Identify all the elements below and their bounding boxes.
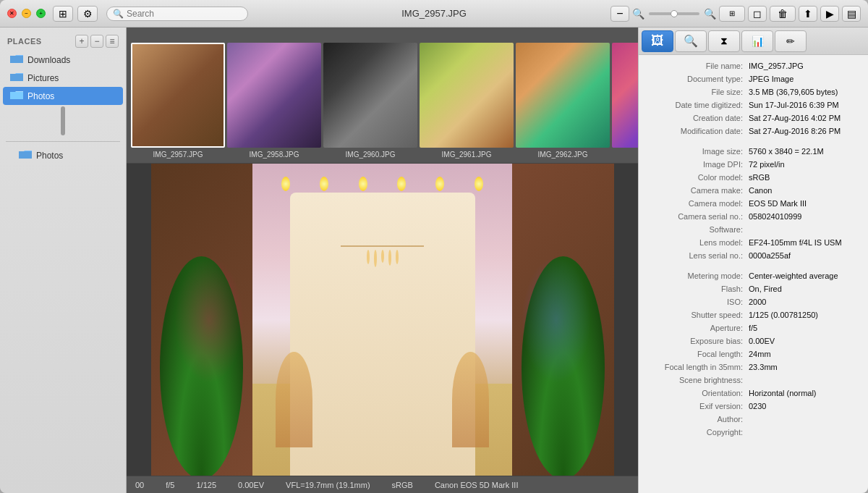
main-image <box>151 164 614 476</box>
info-label-focal: Focal length: <box>647 350 749 358</box>
info-value-orientation: Horizontal (normal) <box>749 389 859 397</box>
info-label-author: Author: <box>647 415 749 424</box>
statue-left <box>276 352 312 447</box>
info-toolbar: 🖼 🔍 ⧗ 📊 ✏ <box>639 28 868 55</box>
info-value-flash: On, Fired <box>749 285 859 293</box>
main-image-area <box>127 164 638 476</box>
settings-button[interactable]: ⚙ <box>77 6 98 22</box>
sidebar-section-title: Places <box>7 37 42 46</box>
search-icon: 🔍 <box>113 9 124 19</box>
search-bar[interactable]: 🔍 <box>106 7 248 21</box>
thumbnail-0[interactable]: IMG_2957.JPG <box>131 43 225 159</box>
info-label-aperture: Aperture: <box>647 324 749 332</box>
sidebar-item-pictures[interactable]: Pictures <box>3 69 123 87</box>
info-label-software: Software: <box>647 225 749 234</box>
status-bar: 00 f/5 1/125 0.00EV VFL=19.7mm (19.1mm) … <box>127 476 638 493</box>
light-5 <box>435 177 444 191</box>
info-label-colormodel: Color model: <box>647 173 749 182</box>
thumb-image-0 <box>131 43 225 148</box>
light-2 <box>320 177 328 191</box>
share-button[interactable]: ⬆ <box>799 6 817 22</box>
info-row-digitized: Date time digitized: Sun 17-Jul-2016 6:3… <box>639 98 868 111</box>
info-tab-edit[interactable]: ✏ <box>775 30 807 52</box>
sidebar-item-downloads-label: Downloads <box>27 55 70 65</box>
close-button[interactable]: ✕ <box>7 9 17 18</box>
info-value-metering: Center-weighted average <box>749 271 859 280</box>
zoom-slider[interactable] <box>649 12 699 15</box>
sidebar-item-photos-sub-label: Photos <box>36 151 63 161</box>
info-row-aperture: Aperture: f/5 <box>639 321 868 334</box>
info-row-lensserial: Lens serial no.: 0000a255af <box>639 249 868 262</box>
info-value-digitized: Sun 17-Jul-2016 6:39 PM <box>749 101 859 109</box>
info-tab-chart[interactable]: 📊 <box>741 30 773 52</box>
thumb-label-2: IMG_2960.JPG <box>346 151 396 159</box>
sidebar-header: Places + − ≡ <box>0 32 126 51</box>
zoom-out-button[interactable]: − <box>610 6 629 22</box>
fullscreen-button[interactable]: + <box>36 9 46 18</box>
info-row-software: Software: <box>639 223 868 236</box>
info-row-expbias: Exposure bias: 0.00EV <box>639 334 868 347</box>
statue-right <box>452 352 489 447</box>
minimize-button[interactable]: − <box>22 9 31 18</box>
info-value-dpi: 72 pixel/in <box>749 160 859 169</box>
thumb-image-4 <box>516 43 610 148</box>
status-color: sRGB <box>392 481 413 489</box>
sidebar-menu-button[interactable]: ≡ <box>106 35 119 48</box>
window-title: IMG_2957.JPG <box>401 8 467 19</box>
info-value-exif: 0230 <box>749 402 859 410</box>
info-label-cameramake: Camera make: <box>647 186 749 195</box>
info-value-shutter: 1/125 (0.00781250) <box>749 311 859 319</box>
info-row-imagesize: Image size: 5760 x 3840 = 22.1M <box>639 145 868 158</box>
sidebar-toggle-button[interactable]: ▤ <box>842 6 861 22</box>
sidebar-divider <box>6 141 120 142</box>
zoom-in-icon: 🔍 <box>704 8 716 20</box>
info-row-focal: Focal length: 24mm <box>639 347 868 361</box>
info-row-exif: Exif version: 0230 <box>639 400 868 413</box>
thumbnail-1[interactable]: IMG_2958.JPG <box>227 43 321 159</box>
info-value-cameraserial: 058024010999 <box>749 212 859 221</box>
sidebar-remove-button[interactable]: − <box>90 35 103 48</box>
slideshow-button[interactable]: ▶ <box>820 6 839 22</box>
scroll-thumb[interactable] <box>61 106 65 135</box>
info-row-iso: ISO: 2000 <box>639 295 868 308</box>
info-row-cameramodel: Camera model: EOS 5D Mark III <box>639 197 868 210</box>
grid-view-button[interactable]: ⊞ <box>53 6 73 22</box>
zoom-fit-button[interactable]: ⊞ <box>719 6 745 22</box>
info-value-expbias: 0.00EV <box>749 337 859 345</box>
info-row-shutter: Shutter speed: 1/125 (0.00781250) <box>639 308 868 321</box>
thumbnail-2[interactable]: IMG_2960.JPG <box>323 43 417 159</box>
info-tab-search[interactable]: 🔍 <box>675 30 707 52</box>
search-input[interactable] <box>127 9 242 19</box>
info-row-creation: Creation date: Sat 27-Aug-2016 4:02 PM <box>639 111 868 125</box>
folder-photos-icon <box>10 90 23 102</box>
folder-pictures-icon <box>10 72 23 84</box>
sidebar-item-photos[interactable]: Photos <box>3 87 123 105</box>
thumbnail-5[interactable]: IMG_ <box>612 43 638 159</box>
sidebar-item-photos-sub[interactable]: Photos <box>3 146 123 164</box>
info-value-filename: IMG_2957.JPG <box>749 62 859 70</box>
info-label-expbias: Exposure bias: <box>647 337 749 345</box>
scene-lights <box>267 177 498 191</box>
sidebar-item-photos-label: Photos <box>27 91 54 101</box>
zoom-actual-button[interactable]: ◻ <box>748 6 767 22</box>
titlebar: ✕ − + ⊞ ⚙ 🔍 IMG_2957.JPG − 🔍 🔍 ⊞ ◻ <box>0 0 868 28</box>
light-1 <box>281 177 290 191</box>
thumbnail-3[interactable]: IMG_2961.JPG <box>420 43 514 159</box>
light-6 <box>475 177 483 191</box>
info-tab-details[interactable]: 🖼 <box>642 30 673 52</box>
thumb-label-1: IMG_2958.JPG <box>250 151 299 159</box>
info-label-exif: Exif version: <box>647 402 749 410</box>
zoom-thumb <box>671 10 678 17</box>
info-tab-filter[interactable]: ⧗ <box>708 30 740 52</box>
info-row-cameramake: Camera make: Canon <box>639 184 868 197</box>
sidebar-item-downloads[interactable]: Downloads <box>3 51 123 69</box>
thumbnail-4[interactable]: IMG_2962.JPG <box>516 43 610 159</box>
info-row-author: Author: <box>639 413 868 426</box>
info-tab-group: 🖼 🔍 ⧗ 📊 ✏ <box>642 30 807 52</box>
info-value-lensserial: 0000a255af <box>749 251 859 260</box>
sidebar-add-button[interactable]: + <box>75 35 88 48</box>
info-value-lensmodel: EF24-105mm f/4L IS USM <box>749 238 859 247</box>
trash-button[interactable]: 🗑 <box>770 6 796 22</box>
thumb-label-4: IMG_2962.JPG <box>538 151 588 159</box>
sidebar-controls: + − ≡ <box>75 35 119 48</box>
